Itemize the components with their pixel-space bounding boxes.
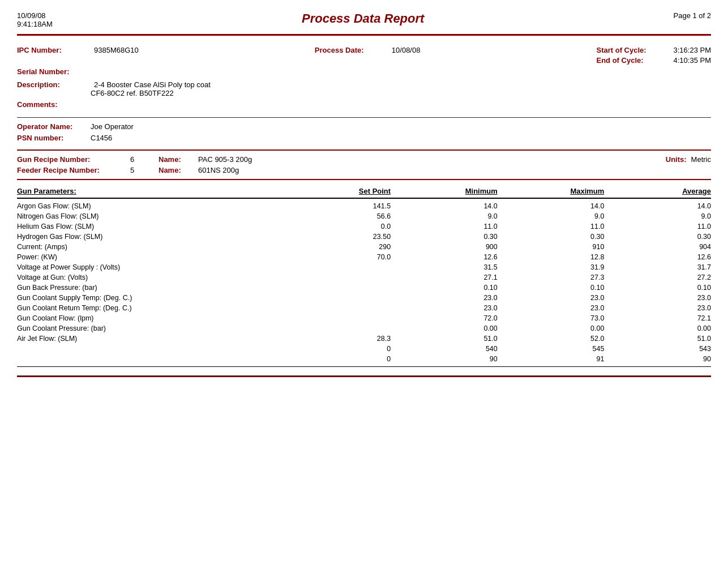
gun-recipe-label: Gun Recipe Number: <box>17 155 130 164</box>
param-set-point: 70.0 <box>284 253 391 261</box>
params-section: Gun Parameters: Set Point Minimum Maximu… <box>17 187 711 367</box>
param-minimum: 540 <box>391 345 498 353</box>
operator-label: Operator Name: <box>17 122 91 131</box>
param-set-point: 28.3 <box>284 335 391 343</box>
param-set-point <box>284 324 391 332</box>
param-average: 9.0 <box>604 212 711 220</box>
param-average: 27.2 <box>604 274 711 281</box>
ipc-value: 9385M68G10 <box>94 46 139 54</box>
param-minimum: 900 <box>391 243 498 251</box>
params-bottom-border <box>17 366 711 367</box>
param-maximum: 91 <box>498 355 605 363</box>
param-maximum: 0.00 <box>498 324 605 332</box>
param-minimum: 9.0 <box>391 212 498 220</box>
end-cycle-value: 4:10:35 PM <box>673 56 711 65</box>
param-maximum: 14.0 <box>498 202 605 210</box>
param-average: 0.10 <box>604 284 711 292</box>
param-set-point <box>284 274 391 281</box>
param-set-point: 23.50 <box>284 233 391 241</box>
ipc-label: IPC Number: <box>17 46 91 54</box>
report-date: 10/09/08 9:41:18AM <box>17 11 53 28</box>
param-name: Gun Coolant Return Temp: (Deg. C.) <box>17 304 284 312</box>
table-row: Gun Coolant Supply Temp: (Deg. C.) 23.0 … <box>17 293 711 303</box>
table-row: Current: (Amps) 290 900 910 904 <box>17 242 711 252</box>
param-set-point <box>284 284 391 292</box>
param-average: 11.0 <box>604 223 711 230</box>
col-maximum: Maximum <box>498 187 605 195</box>
param-name: Gun Coolant Supply Temp: (Deg. C.) <box>17 294 284 302</box>
param-average: 23.0 <box>604 304 711 312</box>
param-set-point: 0 <box>284 345 391 353</box>
psn-label: PSN number: <box>17 134 91 142</box>
params-rows: Argon Gas Flow: (SLM) 141.5 14.0 14.0 14… <box>17 201 711 364</box>
param-maximum: 0.10 <box>498 284 605 292</box>
param-minimum: 11.0 <box>391 223 498 230</box>
param-maximum: 9.0 <box>498 212 605 220</box>
description-line2: CF6-80C2 ref. B50TF222 <box>91 89 711 97</box>
param-name: Current: (Amps) <box>17 243 284 251</box>
param-name: Helium Gas Flow: (SLM) <box>17 223 284 230</box>
feeder-name-value: 601NS 200g <box>198 166 711 174</box>
param-minimum: 51.0 <box>391 335 498 343</box>
table-row: Voltage at Power Supply : (Volts) 31.5 3… <box>17 262 711 272</box>
param-set-point <box>284 294 391 302</box>
param-set-point: 290 <box>284 243 391 251</box>
param-name: Gun Back Pressure: (bar) <box>17 284 284 292</box>
param-minimum: 23.0 <box>391 304 498 312</box>
table-row: Helium Gas Flow: (SLM) 0.0 11.0 11.0 11.… <box>17 221 711 232</box>
param-minimum: 0.10 <box>391 284 498 292</box>
start-cycle-value: 3:16:23 PM <box>673 46 711 54</box>
table-row: Air Jet Flow: (SLM) 28.3 51.0 52.0 51.0 <box>17 334 711 344</box>
param-maximum: 12.8 <box>498 253 605 261</box>
param-average: 12.6 <box>604 253 711 261</box>
param-maximum: 11.0 <box>498 223 605 230</box>
param-name: Power: (KW) <box>17 253 284 261</box>
param-maximum: 910 <box>498 243 605 251</box>
end-cycle-label: End of Cycle: <box>596 56 670 65</box>
comments-label: Comments: <box>17 100 91 109</box>
param-minimum: 0.30 <box>391 233 498 241</box>
param-minimum: 90 <box>391 355 498 363</box>
param-average: 90 <box>604 355 711 363</box>
gun-name-value: PAC 905-3 200g <box>198 155 666 164</box>
serial-label: Serial Number: <box>17 67 91 76</box>
table-row: 0 90 91 90 <box>17 354 711 364</box>
description-label: Description: <box>17 80 91 89</box>
psn-value: C1456 <box>91 134 112 142</box>
param-maximum: 31.9 <box>498 263 605 271</box>
table-row: Power: (KW) 70.0 12.6 12.8 12.6 <box>17 252 711 262</box>
param-name: Voltage at Power Supply : (Volts) <box>17 263 284 271</box>
col-parameter: Gun Parameters: <box>17 187 284 195</box>
param-minimum: 0.00 <box>391 324 498 332</box>
param-minimum: 31.5 <box>391 263 498 271</box>
param-name: Argon Gas Flow: (SLM) <box>17 202 284 210</box>
param-average: 51.0 <box>604 335 711 343</box>
param-average: 23.0 <box>604 294 711 302</box>
process-date-label: Process Date: <box>315 46 388 54</box>
col-minimum: Minimum <box>391 187 498 195</box>
param-set-point: 56.6 <box>284 212 391 220</box>
table-row: Gun Back Pressure: (bar) 0.10 0.10 0.10 <box>17 283 711 293</box>
operator-value: Joe Operator <box>91 122 134 131</box>
table-row: Nitrogen Gas Flow: (SLM) 56.6 9.0 9.0 9.… <box>17 211 711 221</box>
param-minimum: 23.0 <box>391 294 498 302</box>
feeder-recipe-number: 5 <box>130 166 147 174</box>
param-minimum: 72.0 <box>391 314 498 322</box>
table-row: Voltage at Gun: (Volts) 27.1 27.3 27.2 <box>17 272 711 283</box>
param-name <box>17 345 284 353</box>
description-block: Description: 2-4 Booster Case AlSi Poly … <box>17 80 711 97</box>
units-value: Metric <box>691 155 711 164</box>
param-maximum: 52.0 <box>498 335 605 343</box>
col-set-point: Set Point <box>284 187 391 195</box>
page-header: 10/09/08 9:41:18AM Process Data Report P… <box>17 11 711 28</box>
param-average: 543 <box>604 345 711 353</box>
table-row: Argon Gas Flow: (SLM) 141.5 14.0 14.0 14… <box>17 201 711 211</box>
page-number: Page 1 of 2 <box>674 11 712 20</box>
param-name: Voltage at Gun: (Volts) <box>17 274 284 281</box>
param-name: Air Jet Flow: (SLM) <box>17 335 284 343</box>
param-name: Gun Coolant Pressure: (bar) <box>17 324 284 332</box>
param-set-point: 141.5 <box>284 202 391 210</box>
param-name: Hydrogen Gas Flow: (SLM) <box>17 233 284 241</box>
feeder-recipe-label: Feeder Recipe Number: <box>17 166 130 174</box>
param-set-point: 0 <box>284 355 391 363</box>
